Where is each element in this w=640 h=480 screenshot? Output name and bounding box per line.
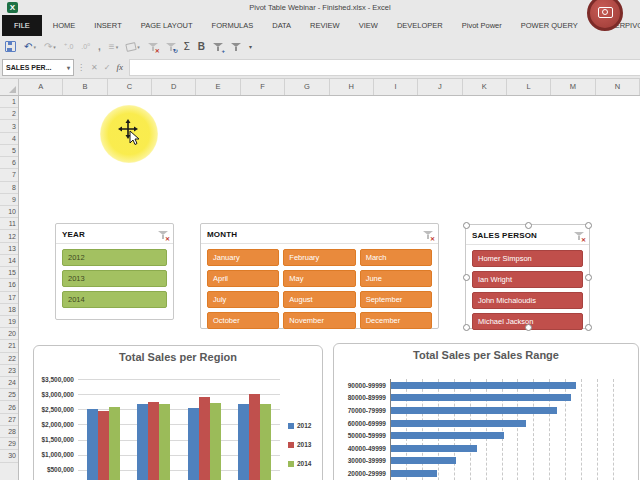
column-header-d[interactable]: D [152, 79, 196, 95]
undo-icon[interactable]: ↶▾ [24, 40, 36, 54]
slicer-item-2012[interactable]: 2012 [62, 249, 167, 266]
row-header-25[interactable]: 25 [0, 389, 18, 401]
redo-icon[interactable]: ↷▾ [44, 40, 56, 54]
name-box-dropdown-icon[interactable]: ▾ [67, 64, 70, 71]
slicer-item-2013[interactable]: 2013 [62, 270, 167, 287]
row-header-28[interactable]: 28 [0, 426, 18, 438]
slicer-item-ian-wright[interactable]: Ian Wright [472, 271, 583, 288]
column-header-g[interactable]: G [285, 79, 329, 95]
row-header-19[interactable]: 19 [0, 316, 18, 328]
row-header-13[interactable]: 13 [0, 243, 18, 255]
row-header-18[interactable]: 18 [0, 304, 18, 316]
row-header-7[interactable]: 7 [0, 169, 18, 181]
slicer-item-john-michaloudis[interactable]: John Michaloudis [472, 292, 583, 309]
cancel-icon[interactable]: ✕ [91, 60, 98, 75]
comma-style-icon[interactable]: , [98, 40, 101, 54]
selection-handle[interactable] [463, 324, 470, 331]
column-header-n[interactable]: N [596, 79, 640, 95]
ribbon-tab-file[interactable]: FILE [2, 15, 42, 36]
column-header-k[interactable]: K [463, 79, 507, 95]
column-header-f[interactable]: F [241, 79, 285, 95]
slicer-item-2014[interactable]: 2014 [62, 291, 167, 308]
row-header-11[interactable]: 11 [0, 218, 18, 230]
slicer-item-september[interactable]: September [360, 291, 432, 308]
row-header-1[interactable]: 1 [0, 96, 18, 108]
slicer-year[interactable]: YEAR✕201220132014 [55, 223, 174, 320]
slicer-item-april[interactable]: April [207, 270, 279, 287]
row-header-4[interactable]: 4 [0, 133, 18, 145]
row-header-26[interactable]: 26 [0, 401, 18, 413]
ribbon-tab-insert[interactable]: INSERT [86, 15, 129, 36]
slicer-item-july[interactable]: July [207, 291, 279, 308]
ribbon-tab-formulas[interactable]: FORMULAS [204, 15, 262, 36]
slicer-item-homer-simpson[interactable]: Homer Simpson [472, 250, 583, 267]
slicer-item-february[interactable]: February [283, 249, 355, 266]
formula-input[interactable] [129, 59, 640, 76]
ribbon-tab-developer[interactable]: DEVELOPER [389, 15, 451, 36]
column-header-i[interactable]: I [374, 79, 418, 95]
column-header-c[interactable]: C [108, 79, 152, 95]
fill-color-icon[interactable]: ▾ [126, 40, 140, 54]
customize-quick-access-toolbar-icon[interactable]: ▾ [249, 40, 252, 54]
column-header-h[interactable]: H [330, 79, 374, 95]
insert-function-icon[interactable]: fx [116, 60, 123, 75]
row-header-27[interactable]: 27 [0, 414, 18, 426]
selection-handle[interactable] [525, 222, 532, 229]
row-header-14[interactable]: 14 [0, 255, 18, 267]
row-header-6[interactable]: 6 [0, 157, 18, 169]
increase-decimal-icon[interactable]: ⁺.0 [64, 40, 74, 54]
row-header-16[interactable]: 16 [0, 279, 18, 291]
select-all-corner[interactable] [0, 79, 19, 95]
row-header-29[interactable]: 29 [0, 438, 18, 450]
slicer-month[interactable]: MONTH✕JanuaryFebruaryMarchAprilMayJuneJu… [200, 223, 439, 329]
clear-filter-icon[interactable]: ✕ [148, 40, 158, 54]
slicer-item-may[interactable]: May [283, 270, 355, 287]
column-header-m[interactable]: M [551, 79, 595, 95]
row-header-2[interactable]: 2 [0, 108, 18, 120]
row-header-17[interactable]: 17 [0, 292, 18, 304]
slicer-item-january[interactable]: January [207, 249, 279, 266]
clear-filter-icon[interactable]: ✕ [158, 230, 168, 240]
filter-icon[interactable] [231, 40, 241, 54]
row-header-9[interactable]: 9 [0, 194, 18, 206]
save-icon[interactable] [5, 40, 16, 54]
bold-icon[interactable]: B [198, 40, 205, 54]
chart-total-sales-per-region[interactable]: Total Sales per Region$0$500,000$1,000,0… [33, 345, 323, 480]
slicer-item-october[interactable]: October [207, 312, 279, 329]
ribbon-tab-data[interactable]: DATA [264, 15, 299, 36]
slicer-item-november[interactable]: November [283, 312, 355, 329]
slicer-sales-person[interactable]: SALES PERSON✕Homer SimpsonIan WrightJohn… [465, 224, 590, 329]
reapply-filter-icon[interactable]: ↻ [166, 40, 176, 54]
row-header-12[interactable]: 12 [0, 230, 18, 242]
ribbon-tab-home[interactable]: HOME [45, 15, 84, 36]
selection-handle[interactable] [585, 222, 592, 229]
row-header-3[interactable]: 3 [0, 120, 18, 132]
row-header-8[interactable]: 8 [0, 182, 18, 194]
ribbon-tab-page-layout[interactable]: PAGE LAYOUT [133, 15, 201, 36]
autosum-icon[interactable]: Σ [184, 40, 190, 54]
row-header-21[interactable]: 21 [0, 340, 18, 352]
selection-handle[interactable] [585, 274, 592, 281]
column-header-a[interactable]: A [19, 79, 63, 95]
column-header-b[interactable]: B [63, 79, 107, 95]
clear-filter-icon[interactable]: ✕ [423, 230, 433, 240]
slicer-item-june[interactable]: June [360, 270, 432, 287]
row-header-23[interactable]: 23 [0, 365, 18, 377]
column-header-l[interactable]: L [507, 79, 551, 95]
slicer-item-december[interactable]: December [360, 312, 432, 329]
column-header-j[interactable]: J [418, 79, 462, 95]
row-header-5[interactable]: 5 [0, 145, 18, 157]
selection-handle[interactable] [525, 324, 532, 331]
name-box[interactable]: SALES PER... ▾ [2, 59, 74, 76]
row-header-15[interactable]: 15 [0, 267, 18, 279]
chart-total-sales-per-sales-range[interactable]: Total Sales per Sales Range90000-9999980… [333, 343, 639, 480]
borders-icon[interactable]: ≡▾ [109, 40, 118, 54]
slicer-item-august[interactable]: August [283, 291, 355, 308]
selection-handle[interactable] [585, 324, 592, 331]
enter-icon[interactable]: ✓ [104, 60, 111, 75]
sheet-area[interactable]: 1234567891011121314151617181920212223242… [0, 96, 640, 480]
ribbon-tab-review[interactable]: REVIEW [302, 15, 348, 36]
row-header-10[interactable]: 10 [0, 206, 18, 218]
ribbon-tab-pivot-power[interactable]: Pivot Power [454, 15, 510, 36]
slicer-item-march[interactable]: March [360, 249, 432, 266]
